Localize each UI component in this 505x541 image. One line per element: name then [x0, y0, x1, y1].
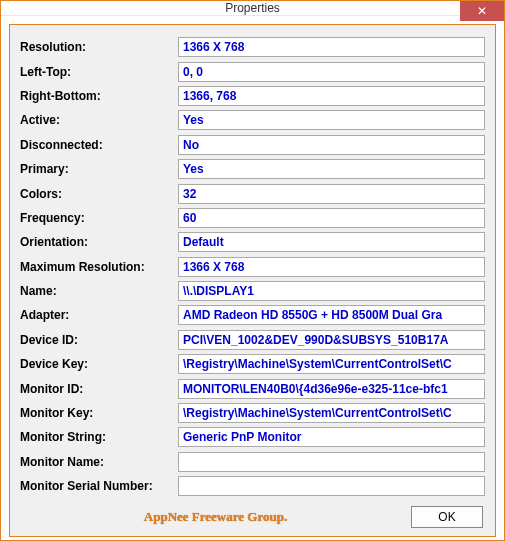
close-button[interactable]: ✕ — [460, 1, 504, 21]
property-label: Name: — [20, 284, 178, 298]
property-value[interactable] — [178, 37, 485, 57]
property-row: Device ID: — [20, 328, 485, 352]
property-value[interactable] — [178, 281, 485, 301]
property-label: Monitor ID: — [20, 382, 178, 396]
property-row: Device Key: — [20, 352, 485, 376]
property-value[interactable] — [178, 305, 485, 325]
ok-button[interactable]: OK — [411, 506, 483, 528]
property-row: Colors: — [20, 181, 485, 205]
property-value[interactable] — [178, 62, 485, 82]
property-value[interactable] — [178, 330, 485, 350]
close-icon: ✕ — [477, 4, 487, 18]
property-row: Active: — [20, 108, 485, 132]
property-label: Active: — [20, 113, 178, 127]
property-label: Maximum Resolution: — [20, 260, 178, 274]
property-row: Left-Top: — [20, 59, 485, 83]
property-row: Maximum Resolution: — [20, 255, 485, 279]
property-label: Primary: — [20, 162, 178, 176]
property-value[interactable] — [178, 135, 485, 155]
property-value[interactable] — [178, 379, 485, 399]
property-row: Monitor ID: — [20, 376, 485, 400]
titlebar: Properties ✕ — [1, 1, 504, 16]
branding-text: AppNee Freeware Group. — [20, 509, 411, 525]
property-value[interactable] — [178, 452, 485, 472]
property-label: Colors: — [20, 187, 178, 201]
property-label: Resolution: — [20, 40, 178, 54]
property-label: Device ID: — [20, 333, 178, 347]
property-value[interactable] — [178, 427, 485, 447]
property-label: Left-Top: — [20, 65, 178, 79]
property-label: Monitor Key: — [20, 406, 178, 420]
property-row: Primary: — [20, 157, 485, 181]
properties-window: Properties ✕ Resolution:Left-Top:Right-B… — [0, 0, 505, 541]
property-row: Frequency: — [20, 206, 485, 230]
content-area: Resolution:Left-Top:Right-Bottom:Active:… — [1, 16, 504, 541]
property-value[interactable] — [178, 110, 485, 130]
property-row: Disconnected: — [20, 133, 485, 157]
property-row: Monitor Key: — [20, 401, 485, 425]
property-value[interactable] — [178, 86, 485, 106]
property-row: Monitor Serial Number: — [20, 474, 485, 498]
property-label: Disconnected: — [20, 138, 178, 152]
properties-panel: Resolution:Left-Top:Right-Bottom:Active:… — [9, 24, 496, 537]
property-label: Right-Bottom: — [20, 89, 178, 103]
property-value[interactable] — [178, 257, 485, 277]
property-value[interactable] — [178, 159, 485, 179]
property-row: Name: — [20, 279, 485, 303]
property-value[interactable] — [178, 184, 485, 204]
property-value[interactable] — [178, 208, 485, 228]
property-label: Orientation: — [20, 235, 178, 249]
footer: AppNee Freeware Group. OK — [20, 498, 485, 530]
property-label: Monitor Name: — [20, 455, 178, 469]
property-row: Resolution: — [20, 35, 485, 59]
window-title: Properties — [225, 1, 280, 15]
property-value[interactable] — [178, 403, 485, 423]
property-row: Right-Bottom: — [20, 84, 485, 108]
property-row: Monitor String: — [20, 425, 485, 449]
property-label: Device Key: — [20, 357, 178, 371]
property-label: Monitor Serial Number: — [20, 479, 178, 493]
property-value[interactable] — [178, 476, 485, 496]
property-row: Orientation: — [20, 230, 485, 254]
property-value[interactable] — [178, 232, 485, 252]
property-row: Adapter: — [20, 303, 485, 327]
property-label: Monitor String: — [20, 430, 178, 444]
property-rows: Resolution:Left-Top:Right-Bottom:Active:… — [20, 35, 485, 498]
property-label: Frequency: — [20, 211, 178, 225]
property-label: Adapter: — [20, 308, 178, 322]
property-row: Monitor Name: — [20, 450, 485, 474]
property-value[interactable] — [178, 354, 485, 374]
